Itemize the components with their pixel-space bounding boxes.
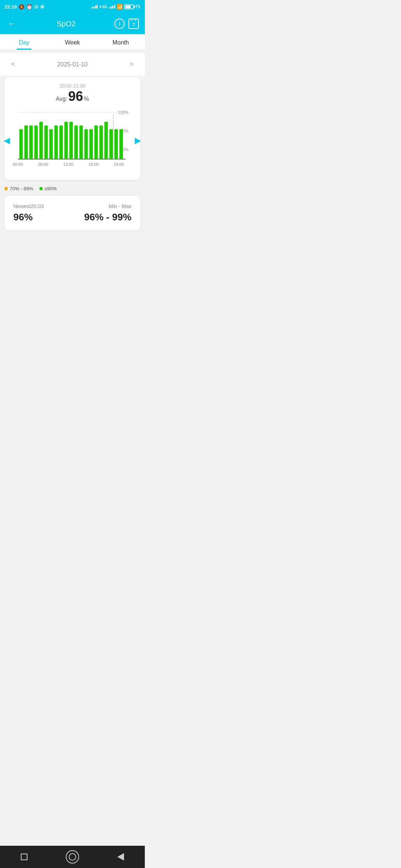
prev-date-button[interactable]: < (7, 59, 19, 70)
battery-fill (125, 6, 131, 8)
signal-bar-2 (93, 6, 94, 9)
signal-bar-4 (97, 5, 98, 9)
next-date-button[interactable]: > (126, 59, 137, 70)
chart-legend: 70% - 89% ≥90% (0, 181, 145, 193)
tab-day[interactable]: Day (0, 34, 48, 50)
svg-text:12:00: 12:00 (63, 162, 74, 167)
back-arrow-icon[interactable]: ← (8, 19, 16, 29)
svg-rect-18 (74, 125, 78, 159)
signal-bars-2 (109, 5, 115, 9)
chart-card: 20:00-21:00 Avg: 96 % ◀ ▶ 100% 95% 90% (4, 77, 140, 180)
svg-text:06:00: 06:00 (38, 162, 48, 167)
svg-text:18:00: 18:00 (88, 162, 99, 167)
svg-rect-8 (24, 125, 27, 159)
chart-avg: Avg: 96 % (10, 89, 134, 104)
chart-avg-value: 96 (68, 89, 83, 104)
mute-icon: 🔕 (19, 4, 25, 10)
legend-dot-normal (39, 187, 43, 190)
svg-rect-11 (39, 122, 43, 159)
chart-avg-unit: % (84, 96, 89, 102)
status-bar: 22:19 🔕 ⏰ ⊙ ⚙ 4.5G 📶 71 (0, 0, 145, 13)
newest-stats: Newest20:03 96% (13, 203, 44, 223)
calendar-button[interactable]: 7 (128, 19, 139, 29)
svg-rect-21 (89, 129, 93, 159)
signal-bars (92, 5, 98, 9)
chart-avg-label: Avg: (56, 96, 68, 102)
svg-text:00:00: 00:00 (13, 162, 23, 167)
svg-rect-14 (54, 125, 58, 159)
tab-week[interactable]: Week (48, 34, 97, 50)
chart-container: ◀ ▶ 100% 95% 90% 00:00 06 (10, 107, 134, 174)
network-type: 4.5G (99, 5, 107, 9)
legend-item-low: 70% - 89% (4, 186, 33, 191)
chart-header: 20:00-21:00 Avg: 96 % (10, 83, 134, 104)
date-navigation: < 2025-01-10 > (0, 53, 145, 76)
svg-rect-10 (34, 125, 38, 159)
svg-rect-15 (59, 125, 63, 159)
svg-rect-26 (114, 129, 118, 159)
stats-card: Newest20:03 96% Min - Max 96% - 99% (4, 196, 140, 230)
svg-rect-19 (79, 125, 83, 159)
status-right: 4.5G 📶 71 (92, 4, 140, 10)
battery-icon (124, 4, 134, 9)
chart-time-range: 20:00-21:00 (10, 83, 134, 89)
minmax-value: 96% - 99% (84, 211, 131, 223)
newest-value: 96% (13, 211, 44, 223)
alarm-icon: ⏰ (26, 4, 32, 10)
svg-rect-27 (120, 129, 123, 159)
settings-icon: ⚙ (40, 4, 45, 10)
wifi-icon: 📶 (117, 4, 123, 10)
svg-rect-24 (104, 122, 108, 159)
svg-rect-13 (49, 129, 53, 159)
status-time: 22:19 (4, 4, 17, 10)
current-date: 2025-01-10 (57, 61, 88, 68)
accessibility-icon: ⊙ (34, 4, 38, 10)
svg-rect-22 (94, 125, 98, 159)
swipe-left-button[interactable]: ◀ (4, 136, 10, 145)
svg-text:24:00: 24:00 (114, 162, 124, 167)
svg-rect-7 (19, 129, 23, 159)
svg-rect-9 (29, 125, 33, 159)
battery-percent: 71 (136, 4, 140, 9)
header: ← SpO2 i 7 (0, 13, 145, 34)
newest-label: Newest20:03 (13, 203, 44, 209)
minmax-label: Min - Max (84, 203, 131, 209)
chart-svg-wrapper: 100% 95% 90% 00:00 06:00 12:00 18:00 24: (10, 107, 134, 174)
bar-chart: 100% 95% 90% 00:00 06:00 12:00 18:00 24: (10, 107, 137, 174)
svg-rect-17 (69, 122, 73, 159)
legend-item-normal: ≥90% (39, 186, 57, 191)
svg-rect-20 (84, 129, 88, 159)
legend-dot-low (4, 187, 8, 190)
minmax-stats: Min - Max 96% - 99% (84, 203, 131, 223)
tab-month[interactable]: Month (97, 34, 145, 50)
svg-rect-23 (100, 125, 103, 159)
svg-rect-25 (110, 129, 113, 159)
legend-label-low: 70% - 89% (10, 186, 33, 191)
info-button[interactable]: i (114, 19, 125, 29)
status-left: 22:19 🔕 ⏰ ⊙ ⚙ (4, 4, 45, 10)
tabs: Day Week Month (0, 34, 145, 50)
signal-bar-1 (92, 7, 93, 9)
legend-label-normal: ≥90% (45, 186, 57, 191)
page-title: SpO2 (18, 20, 114, 28)
svg-rect-16 (64, 122, 68, 159)
back-button[interactable]: ← (6, 18, 18, 30)
svg-rect-12 (44, 125, 48, 159)
signal-bar-3 (95, 6, 96, 9)
